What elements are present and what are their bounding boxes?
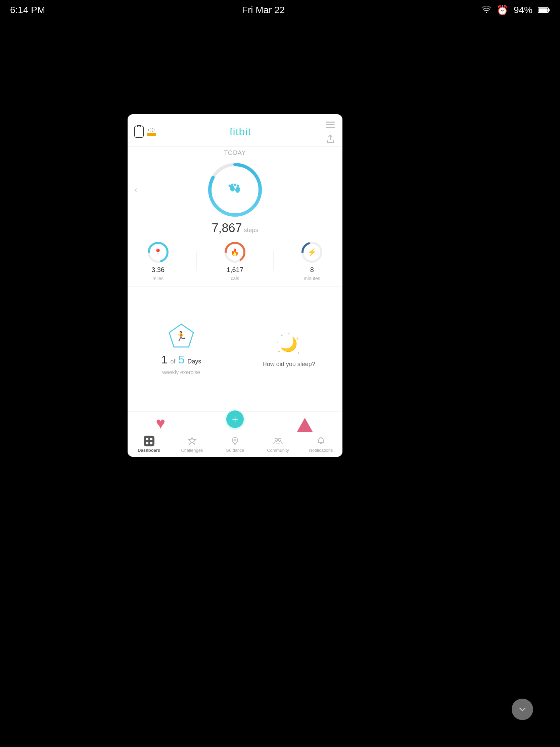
- signal-icon: ((·)): [148, 127, 155, 132]
- footprint-icon: [226, 183, 244, 197]
- svg-point-9: [235, 186, 241, 193]
- minutes-ring: ⚡: [300, 240, 324, 264]
- svg-rect-4: [326, 124, 335, 125]
- svg-point-12: [234, 184, 236, 186]
- svg-marker-25: [188, 437, 196, 444]
- cals-ring: 🔥: [223, 240, 247, 264]
- nav-challenges[interactable]: Challenges: [179, 436, 206, 453]
- nav-dashboard[interactable]: Dashboard: [136, 436, 162, 453]
- svg-point-11: [231, 184, 234, 186]
- svg-rect-1: [549, 9, 550, 11]
- mini-stats: 📍 3.36 miles 🔥 1,617 cals: [128, 237, 342, 287]
- stars: ✦ ✦ + + ✦ ✦: [275, 331, 302, 357]
- challenges-icon: [187, 436, 197, 446]
- cals-stat[interactable]: 🔥 1,617 cals: [223, 240, 247, 281]
- exercise-days-label: Days: [187, 358, 201, 365]
- miles-ring: 📍: [146, 240, 170, 264]
- header-icons: [325, 120, 336, 144]
- app-title: fitbit: [156, 126, 325, 138]
- stat-divider-1: [196, 251, 197, 271]
- svg-rect-23: [146, 442, 149, 444]
- prev-arrow[interactable]: ‹: [134, 184, 137, 195]
- exercise-text: 1 of 5 Days: [161, 353, 201, 366]
- minutes-label: minutes: [304, 276, 320, 281]
- exercise-count: 1 of 5 Days: [161, 353, 201, 366]
- exercise-subtitle: weekly exercise: [162, 369, 200, 376]
- scroll-button[interactable]: [512, 699, 533, 720]
- app-container: ((·)) fitbit Today ‹: [128, 114, 342, 457]
- svg-rect-3: [326, 122, 335, 123]
- dashboard-label: Dashboard: [138, 448, 160, 453]
- steps-ring[interactable]: [207, 161, 264, 218]
- share-button[interactable]: [325, 133, 336, 144]
- miles-label: miles: [153, 276, 163, 281]
- lower-section: 🏃 1 of 5 Days weekly exercise ✦ ✦ + +: [128, 287, 342, 412]
- battery-percent: 94%: [514, 5, 532, 16]
- heart-icon: ♥: [156, 415, 165, 432]
- miles-stat[interactable]: 📍 3.36 miles: [146, 240, 170, 281]
- guidance-icon: [230, 436, 240, 446]
- nav-notifications[interactable]: Notifications: [308, 436, 335, 453]
- notifications-icon: [316, 436, 326, 446]
- add-button[interactable]: +: [226, 410, 244, 428]
- svg-point-27: [275, 438, 278, 441]
- exercise-panel[interactable]: 🏃 1 of 5 Days weekly exercise: [128, 287, 235, 411]
- svg-rect-5: [326, 127, 335, 128]
- status-right: ⏰ 94%: [482, 5, 550, 16]
- exercise-current: 1: [161, 353, 167, 366]
- guidance-label: Guidance: [225, 448, 244, 453]
- ring-center: [226, 183, 244, 197]
- sleep-moon-container: ✦ ✦ + + ✦ ✦ 🌙: [275, 331, 302, 357]
- battery-bar: [147, 133, 156, 136]
- status-date: Fri Mar 22: [242, 5, 285, 16]
- community-icon: [273, 436, 283, 446]
- minutes-stat[interactable]: ⚡ 8 minutes: [300, 240, 324, 281]
- minutes-value: 8: [310, 266, 314, 274]
- plus-row: +: [128, 412, 342, 415]
- cals-label: cals: [231, 276, 239, 281]
- steps-count: 7,867: [212, 221, 242, 235]
- exercise-icon-container: 🏃: [168, 323, 195, 350]
- bolt-icon: ⚡: [308, 248, 317, 257]
- device-icon: [134, 126, 144, 138]
- nav-guidance[interactable]: Guidance: [221, 436, 248, 453]
- wifi-icon: [482, 5, 491, 16]
- status-bar: 6:14 PM Fri Mar 22 ⏰ 94%: [0, 0, 560, 20]
- app-header: ((·)) fitbit: [128, 114, 342, 147]
- miles-value: 3.36: [152, 266, 164, 274]
- alarm-icon: ⏰: [497, 5, 508, 16]
- svg-rect-21: [146, 438, 149, 440]
- status-time: 6:14 PM: [10, 5, 45, 16]
- menu-button[interactable]: [325, 120, 336, 130]
- header-left: ((·)): [134, 126, 156, 138]
- challenges-label: Challenges: [181, 448, 203, 453]
- steps-label: steps: [244, 227, 259, 234]
- triangle-icon: [295, 418, 314, 432]
- location-icon: 📍: [154, 248, 162, 256]
- svg-point-10: [229, 185, 231, 187]
- battery-icon: [538, 5, 550, 16]
- svg-rect-22: [150, 438, 153, 440]
- svg-point-26: [234, 439, 236, 441]
- exercise-goal: 5: [178, 353, 185, 366]
- steps-section: ‹: [128, 158, 342, 221]
- sleep-question: How did you sleep?: [263, 361, 315, 368]
- svg-point-13: [237, 185, 239, 187]
- flame-icon: 🔥: [231, 248, 239, 256]
- exercise-of: of: [170, 358, 176, 365]
- run-icon: 🏃: [175, 331, 187, 342]
- notifications-label: Notifications: [309, 448, 333, 453]
- date-label: Today: [128, 147, 342, 158]
- sleep-panel[interactable]: ✦ ✦ + + ✦ ✦ 🌙 How did you sleep?: [235, 287, 343, 411]
- dashboard-icon: [144, 436, 155, 446]
- signal-battery: ((·)): [147, 127, 156, 136]
- nav-community[interactable]: Community: [265, 436, 291, 453]
- svg-rect-2: [538, 8, 548, 12]
- svg-point-28: [278, 438, 281, 441]
- svg-rect-24: [150, 442, 153, 444]
- bottom-nav: Dashboard Challenges Guidance: [128, 432, 342, 457]
- cals-value: 1,617: [226, 266, 243, 274]
- stat-divider-2: [273, 251, 274, 271]
- community-label: Community: [267, 448, 289, 453]
